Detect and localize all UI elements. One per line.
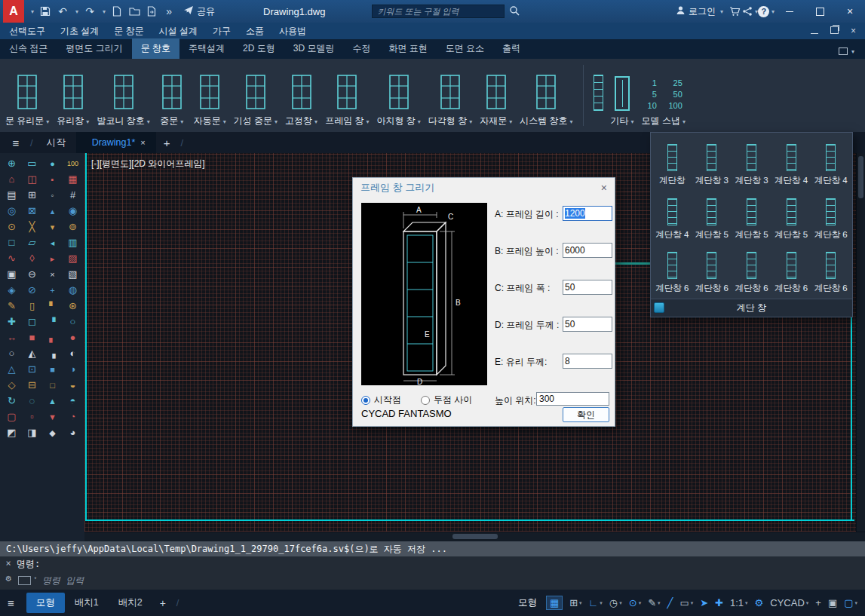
toolbar-button[interactable]: ● bbox=[65, 330, 81, 345]
stair-window-option[interactable]: 계단창 6 bbox=[692, 244, 732, 296]
stair-window-option[interactable]: 계단창 6 bbox=[732, 244, 771, 296]
field-input[interactable]: 50 bbox=[563, 280, 612, 295]
height-position-input[interactable]: 300 bbox=[536, 392, 609, 406]
field-input[interactable]: 8 bbox=[563, 354, 612, 369]
minimize-button[interactable] bbox=[775, 0, 805, 23]
toolbar-button[interactable]: ▫ bbox=[24, 409, 41, 424]
toolbar-button[interactable]: ▴ bbox=[44, 204, 61, 219]
toolbar-button[interactable]: ▝ bbox=[44, 314, 61, 329]
help-icon[interactable]: ? bbox=[758, 2, 770, 21]
stair-window-option[interactable]: 계단창 bbox=[652, 136, 692, 188]
close-command-panel-icon[interactable]: × bbox=[5, 558, 11, 568]
model-snap-tool-button[interactable]: 12555010100 모델 스냅▾ bbox=[638, 59, 689, 132]
toolbar-button[interactable]: + bbox=[44, 283, 61, 298]
toolbar-button[interactable]: ◌ bbox=[24, 394, 41, 409]
ribbon-tool-button[interactable]: 아치형 창▾ bbox=[373, 59, 424, 132]
ribbon-tool-button[interactable]: 문 유리문▾ bbox=[2, 59, 53, 132]
panel-launcher-icon[interactable] bbox=[654, 302, 664, 313]
toolbar-button[interactable]: △ bbox=[4, 362, 20, 377]
grid-display-icon[interactable]: ▦▾ bbox=[546, 596, 563, 610]
ribbon-tool-button[interactable]: 자동문▾ bbox=[190, 59, 230, 132]
toolbar-button[interactable]: ○ bbox=[65, 314, 81, 329]
toolbar-button[interactable]: ● bbox=[44, 156, 61, 171]
toolbar-button[interactable]: ⊟ bbox=[24, 378, 41, 393]
toolbar-button[interactable]: ▢ bbox=[4, 409, 20, 424]
toolbar-button[interactable]: ◊ bbox=[24, 251, 41, 266]
chevron-down-icon[interactable]: ▾ bbox=[579, 600, 582, 606]
ribbon-tool-button[interactable]: 다각형 창▾ bbox=[425, 59, 476, 132]
toolbar-button[interactable]: ◉ bbox=[65, 204, 81, 219]
more-commands-chevron-icon[interactable]: » bbox=[163, 2, 175, 21]
toolbar-button[interactable]: □ bbox=[4, 235, 20, 250]
dialog-close-icon[interactable]: × bbox=[601, 182, 607, 194]
ortho-mode-icon[interactable]: ∟▾ bbox=[589, 597, 603, 608]
recent-commands-icon[interactable] bbox=[18, 576, 31, 585]
undo-icon[interactable]: ↶ bbox=[57, 2, 69, 21]
toolbar-button[interactable]: ↻ bbox=[4, 394, 20, 409]
toolbar-button[interactable]: ▼ bbox=[44, 409, 61, 424]
radio-option[interactable]: 두점 사이 bbox=[421, 394, 472, 406]
radio-option[interactable]: 시작점 bbox=[361, 394, 401, 406]
clean-screen-icon[interactable]: ▣▾ bbox=[828, 597, 837, 608]
app-menu-button[interactable]: A bbox=[3, 0, 24, 23]
chevron-down-icon[interactable]: ▾ bbox=[806, 600, 809, 606]
toolbar-button[interactable]: ⊖ bbox=[24, 267, 41, 282]
toolbar-button[interactable]: ▸ bbox=[44, 251, 61, 266]
stair-window-option[interactable]: 계단창 3 bbox=[692, 136, 732, 188]
menu-item[interactable]: 가구 bbox=[213, 25, 231, 38]
field-input[interactable]: 6000 bbox=[563, 243, 612, 258]
command-input[interactable]: 명령 입력 bbox=[17, 572, 865, 590]
layout-tab[interactable]: 배치2 bbox=[109, 593, 152, 613]
toolbar-button[interactable]: ⊙ bbox=[4, 219, 20, 234]
toolbar-button[interactable]: ▾ bbox=[44, 219, 61, 234]
toolbar-button[interactable]: ○ bbox=[4, 346, 20, 361]
redo-icon[interactable]: ↷ bbox=[84, 2, 96, 21]
horizontal-scrollbar[interactable] bbox=[84, 532, 865, 541]
model-space-label[interactable]: 모형 bbox=[518, 596, 537, 609]
close-tab-icon[interactable]: × bbox=[140, 138, 145, 147]
stair-window-option[interactable]: 계단창 5 bbox=[692, 189, 732, 241]
autosnap-marker-icon[interactable]: ✚▾ bbox=[715, 597, 723, 608]
toolbar-button[interactable]: ◇ bbox=[4, 378, 20, 393]
toolbar-button[interactable]: ◂ bbox=[44, 235, 61, 250]
open-folder-icon[interactable] bbox=[128, 2, 140, 21]
toolbar-button[interactable]: 100 bbox=[65, 156, 81, 171]
ribbon-tab[interactable]: 문 창호 bbox=[132, 38, 179, 59]
document-tab[interactable]: 시작 × bbox=[36, 132, 76, 153]
field-input[interactable]: 50 bbox=[563, 317, 612, 332]
mdi-minimize-icon[interactable] bbox=[811, 26, 818, 36]
toolbar-button[interactable]: ◨ bbox=[24, 425, 41, 440]
toolbar-button[interactable]: ◒ bbox=[65, 378, 81, 393]
toolbar-button[interactable]: × bbox=[44, 267, 61, 282]
menu-item[interactable]: 사용법 bbox=[279, 25, 306, 38]
toolbar-button[interactable]: ◐ bbox=[65, 346, 81, 361]
annotation-icon[interactable]: ✎▾ bbox=[648, 597, 660, 608]
toolbar-button[interactable]: ⊛ bbox=[65, 299, 81, 314]
document-tab[interactable]: Drawing1* × bbox=[76, 132, 156, 153]
object-snap-icon[interactable]: ⊙▾ bbox=[629, 597, 641, 608]
ribbon-tab[interactable]: 신속 접근 bbox=[0, 38, 57, 59]
search-icon[interactable] bbox=[509, 5, 520, 18]
toolbar-button[interactable]: ▪ bbox=[44, 172, 61, 187]
chevron-down-icon[interactable]: ▾ bbox=[854, 600, 857, 606]
stair-window-option[interactable]: 계단창 6 bbox=[811, 244, 851, 296]
new-tab-button[interactable]: + bbox=[156, 136, 178, 149]
toolbar-button[interactable]: ⊘ bbox=[24, 283, 41, 298]
toolbar-button[interactable]: ▥ bbox=[65, 235, 81, 250]
save-icon[interactable] bbox=[39, 2, 51, 21]
app-menu-chevron-icon[interactable]: ▾ bbox=[31, 8, 34, 15]
ok-button[interactable]: 확인 bbox=[563, 407, 609, 422]
chevron-down-icon[interactable]: ▾ bbox=[600, 600, 603, 606]
misc-tool-button[interactable]: 기타▾ bbox=[607, 59, 638, 132]
toolbar-button[interactable]: ◆ bbox=[44, 425, 61, 440]
annotation-monitor-icon[interactable]: ➤▾ bbox=[700, 597, 708, 608]
toolbar-button[interactable]: ▭ bbox=[24, 156, 41, 171]
toolbar-button[interactable]: ⌂ bbox=[4, 172, 20, 187]
graphics-performance-icon[interactable]: ▢▾ bbox=[844, 597, 857, 608]
ribbon-display-options-icon[interactable]: ▾ bbox=[839, 48, 865, 59]
toolbar-button[interactable]: ✎ bbox=[4, 299, 20, 314]
toolbar-button[interactable]: ▨ bbox=[65, 251, 81, 266]
toolbar-button[interactable]: ▦ bbox=[65, 172, 81, 187]
ribbon-tab[interactable]: 주택설계 bbox=[179, 38, 234, 59]
toolbar-button[interactable]: ■ bbox=[44, 362, 61, 377]
